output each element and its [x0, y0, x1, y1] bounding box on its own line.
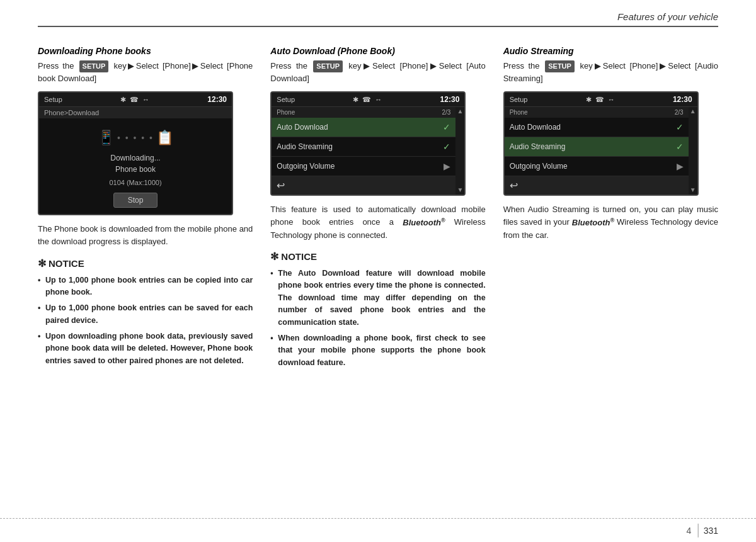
menu-sub-label-3: Phone [510, 109, 528, 116]
setup-badge-3: SETUP [545, 60, 575, 72]
page-number: 4 │ 331 [687, 524, 718, 537]
desc-3: When Audio Streaming is turned on, you c… [503, 203, 718, 242]
notice-title-2: ✻ NOTICE [270, 251, 485, 263]
back-bar-3: ↩ [505, 176, 689, 195]
menu-item-label: Auto Download [277, 123, 328, 132]
notice-item: When downloading a phone book, first che… [270, 332, 485, 369]
scroll-down-icon-3[interactable]: ▼ [690, 187, 696, 193]
notice-star-1: ✻ [38, 257, 46, 269]
notice-section-1: ✻ NOTICE Up to 1,000 phone book entries … [38, 257, 253, 368]
transfer-dots: • • • • • [117, 133, 154, 143]
menu-item-label: Auto Download [510, 123, 561, 132]
screen-titlebar-1: Setup ✱ ☎ ↔ 12:30 [39, 93, 232, 107]
bluetooth-icon-3: ✱ [586, 96, 592, 104]
menu-item-audiostreaming-3[interactable]: Audio Streaming ✓ [505, 137, 689, 157]
screen-titlebar-2: Setup ✱ ☎ ↔ 12:30 [272, 93, 464, 107]
notice-label-2: NOTICE [281, 251, 317, 262]
column-downloading: Downloading Phone books Press the SETUP … [38, 46, 270, 373]
check-icon: ✓ [443, 122, 450, 132]
notice-item: Upon downloading phone book data, previo… [38, 330, 253, 367]
bluetooth-label-2: Bluetooth® [403, 218, 445, 227]
menu-items-3: Phone 2/3 Auto Download ✓ Audio Streamin… [505, 107, 689, 195]
scroll-down-icon[interactable]: ▼ [457, 187, 463, 193]
screen-title-label-3: Setup [510, 96, 528, 103]
section-title-2: Auto Download (Phone Book) [270, 46, 485, 56]
page-num: 331 [704, 526, 718, 536]
page-footer: 4 │ 331 [0, 518, 756, 542]
notice-list-1: Up to 1,000 phone book entries can be co… [38, 274, 253, 368]
intro-text-2: Press the SETUP key▶Select [Phone]▶Selec… [270, 60, 485, 85]
page-separator: │ [695, 524, 702, 537]
phonebook-icon: 📋 [156, 130, 173, 146]
wifi-icon-2: ↔ [375, 96, 382, 103]
desc-1: The Phone book is downloaded from the mo… [38, 223, 253, 248]
intro-text-3: Press the SETUP key▶Select [Phone]▶Selec… [503, 60, 718, 85]
arrow-right-icon-3: ▶ [677, 161, 684, 171]
scroll-col-3: ▲ ▼ [689, 107, 697, 195]
phone-icon-2: ☎ [362, 96, 371, 104]
screen-time-3: 12:30 [673, 95, 692, 104]
menu-items-2: Phone 2/3 Auto Download ✓ Audio Streamin… [272, 107, 455, 195]
desc-2: This feature is used to automatically do… [270, 203, 485, 242]
header-title: Features of your vehicle [617, 11, 718, 22]
phone-icon-3: ☎ [595, 96, 604, 104]
notice-label-1: NOTICE [49, 258, 84, 269]
wifi-icon: ↔ [142, 96, 149, 103]
page-header: Features of your vehicle [0, 0, 756, 26]
menu-sub-page-3: 2/3 [675, 109, 684, 116]
scroll-up-icon-3[interactable]: ▲ [690, 108, 696, 115]
back-arrow-icon-2: ↩ [277, 179, 285, 191]
page-section: 4 [687, 526, 692, 536]
notice-list-2: The Auto Download feature will download … [270, 268, 485, 369]
mobile-icon: 📱 [98, 130, 115, 146]
menu-wrapper-2: Phone 2/3 Auto Download ✓ Audio Streamin… [272, 107, 464, 195]
menu-item-label: Outgoing Volume [510, 162, 568, 171]
menu-item-audiostreaming[interactable]: Audio Streaming ✓ [272, 137, 455, 157]
main-content: Downloading Phone books Press the SETUP … [0, 27, 756, 385]
count-label: 0104 (Max:1000) [109, 179, 161, 186]
screen-1: Setup ✱ ☎ ↔ 12:30 Phone>Download 📱 • • •… [38, 91, 233, 215]
menu-subbar-3: Phone 2/3 [505, 107, 689, 118]
screen-icons-1: ✱ ☎ ↔ [120, 96, 149, 104]
screen-icons-2: ✱ ☎ ↔ [353, 96, 382, 104]
menu-item-autodownload[interactable]: Auto Download ✓ [272, 118, 455, 137]
wifi-icon-3: ↔ [608, 96, 615, 103]
menu-item-autodownload-3[interactable]: Auto Download ✓ [505, 118, 689, 137]
screen-time-1: 12:30 [207, 95, 227, 104]
back-arrow-icon-3: ↩ [510, 179, 518, 191]
menu-sub-label-2: Phone [277, 109, 295, 116]
arrow-right-icon: ▶ [444, 161, 450, 171]
notice-section-2: ✻ NOTICE The Auto Download feature will … [270, 251, 485, 369]
menu-wrapper-3: Phone 2/3 Auto Download ✓ Audio Streamin… [505, 107, 697, 195]
screen-2: Setup ✱ ☎ ↔ 12:30 Phone 2/3 Auto Downloa… [270, 91, 466, 196]
menu-item-volume-3[interactable]: Outgoing Volume ▶ [505, 157, 689, 176]
check-icon-3a: ✓ [676, 122, 684, 132]
bluetooth-icon: ✱ [120, 96, 126, 104]
notice-item: Up to 1,000 phone book entries can be sa… [38, 302, 253, 327]
screen-subbar-1: Phone>Download [39, 107, 232, 118]
intro-text-1: Press the SETUP key▶Select [Phone]▶Selec… [38, 60, 253, 85]
notice-item: The Auto Download feature will download … [270, 268, 485, 329]
setup-badge-1: SETUP [79, 60, 109, 72]
scroll-col-2: ▲ ▼ [455, 107, 464, 195]
check-icon-3b: ✓ [676, 142, 684, 152]
notice-item: Up to 1,000 phone book entries can be co… [38, 274, 253, 299]
scroll-up-icon[interactable]: ▲ [457, 108, 463, 115]
back-bar-2: ↩ [272, 176, 455, 195]
stop-button[interactable]: Stop [113, 193, 158, 208]
check-icon-2: ✓ [443, 142, 450, 152]
menu-item-label: Outgoing Volume [277, 162, 335, 171]
notice-star-2: ✻ [270, 251, 278, 263]
menu-subbar-2: Phone 2/3 [272, 107, 455, 118]
phone-icon: ☎ [130, 96, 139, 104]
screen-time-2: 12:30 [440, 95, 460, 104]
menu-item-label: Audio Streaming [277, 142, 333, 151]
section-title-3: Audio Streaming [503, 46, 718, 56]
screen-titlebar-3: Setup ✱ ☎ ↔ 12:30 [505, 93, 697, 107]
bluetooth-label-3: Bluetooth® [572, 218, 614, 227]
column-autodownload: Auto Download (Phone Book) Press the SET… [270, 46, 503, 373]
phone-icons-row: 📱 • • • • • 📋 [98, 130, 173, 146]
menu-item-volume[interactable]: Outgoing Volume ▶ [272, 157, 455, 176]
setup-badge-2: SETUP [313, 60, 343, 72]
download-area: 📱 • • • • • 📋 Downloading...Phone book 0… [39, 118, 232, 214]
